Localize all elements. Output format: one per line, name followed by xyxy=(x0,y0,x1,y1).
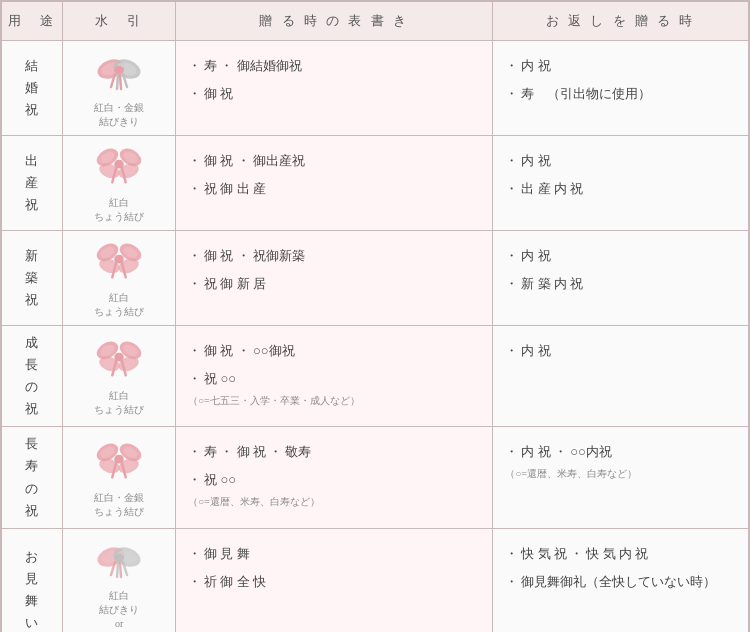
return-line: ・ 御見舞御礼（全快していない時） xyxy=(505,569,736,595)
svg-line-60 xyxy=(120,563,121,577)
mizuhiki-cell: 紅白・金銀 結びきり xyxy=(63,41,176,136)
noshigaki-cell: ・ 寿 ・ 御結婚御祝・ 御 祝 xyxy=(175,41,492,136)
return-cell: ・ 内 祝 ・ ○○内祝（○=還暦、米寿、白寿など） xyxy=(493,427,749,528)
return-line: ・ 内 祝 xyxy=(505,53,736,79)
noshigaki-line: ・ 御 見 舞 xyxy=(188,541,480,567)
return-line: ・ 内 祝 xyxy=(505,148,736,174)
noshigaki-line: ・ 寿 ・ 御結婚御祝 xyxy=(188,53,480,79)
table-row: 成 長 の 祝 紅白 ちょう結び・ 御 祝 ・ ○○御祝・ 祝 ○○（○=七五三… xyxy=(2,326,749,427)
noshigaki-line: ・ 祝 ○○ xyxy=(188,366,480,392)
noshigaki-line: ・ 御 祝 ・ ○○御祝 xyxy=(188,338,480,364)
return-cell: ・ 快 気 祝 ・ 快 気 内 祝・ 御見舞御礼（全快していない時） xyxy=(493,528,749,632)
mizuhiki-label: 紅白 結びきり or 水引なし xyxy=(71,589,167,632)
mizuhiki-label: 紅白 ちょう結び xyxy=(71,196,167,224)
noshigaki-line: ・ 御 祝 ・ 御出産祝 xyxy=(188,148,480,174)
noshigaki-line: ・ 祝 ○○ xyxy=(188,467,480,493)
noshigaki-cell: ・ 寿 ・ 御 祝 ・ 敬寿・ 祝 ○○（○=還暦、米寿、白寿など） xyxy=(175,427,492,528)
bow-illustration xyxy=(71,335,167,385)
mizuhiki-cell: 紅白 ちょう結び xyxy=(63,136,176,231)
table-row: お 見 舞 い 紅白 結びきり or 水引なし・ 御 見 舞・ 祈 御 全 快・… xyxy=(2,528,749,632)
mizuhiki-label: 紅白・金銀 ちょう結び xyxy=(71,491,167,519)
usage-cell: 出 産 祝 xyxy=(2,136,63,231)
return-cell: ・ 内 祝・ 新 築 内 祝 xyxy=(493,231,749,326)
noshigaki-line: ・ 寿 ・ 御 祝 ・ 敬寿 xyxy=(188,439,480,465)
return-line: ・ 出 産 内 祝 xyxy=(505,176,736,202)
table-row: 長 寿 の 祝 紅白・金銀 ちょう結び・ 寿 ・ 御 祝 ・ 敬寿・ 祝 ○○（… xyxy=(2,427,749,528)
bow-illustration xyxy=(71,437,167,487)
main-table-container: 用 途 水 引 贈 る 時 の 表 書 き お 返 し を 贈 る 時 結 婚 … xyxy=(0,0,750,632)
noshigaki-note: （○=七五三・入学・卒業・成人など） xyxy=(188,394,480,408)
noshigaki-line: ・ 御 祝 ・ 祝御新築 xyxy=(188,243,480,269)
noshigaki-note: （○=還暦、米寿、白寿など） xyxy=(188,495,480,509)
noshigaki-line: ・ 御 祝 xyxy=(188,81,480,107)
bow-illustration xyxy=(71,535,167,585)
svg-line-7 xyxy=(120,75,121,89)
header-return: お 返 し を 贈 る 時 xyxy=(493,2,749,41)
mizuhiki-cell: 紅白 ちょう結び xyxy=(63,326,176,427)
svg-point-57 xyxy=(114,554,124,562)
return-line: ・ 寿 （引出物に使用） xyxy=(505,81,736,107)
noshigaki-cell: ・ 御 祝 ・ 祝御新築・ 祝 御 新 居 xyxy=(175,231,492,326)
bow-illustration xyxy=(71,237,167,287)
usage-cell: 成 長 の 祝 xyxy=(2,326,63,427)
noshigaki-line: ・ 祝 御 新 居 xyxy=(188,271,480,297)
noshigaki-cell: ・ 御 祝 ・ ○○御祝・ 祝 ○○（○=七五三・入学・卒業・成人など） xyxy=(175,326,492,427)
table-row: 結 婚 祝 紅白・金銀 結びきり・ 寿 ・ 御結婚御祝・ 御 祝・ 内 祝・ 寿… xyxy=(2,41,749,136)
return-line: ・ 快 気 祝 ・ 快 気 内 祝 xyxy=(505,541,736,567)
header-noshigaki: 贈 る 時 の 表 書 き xyxy=(175,2,492,41)
noshigaki-cell: ・ 御 祝 ・ 御出産祝・ 祝 御 出 産 xyxy=(175,136,492,231)
usage-cell: 新 築 祝 xyxy=(2,231,63,326)
noshigaki-cell: ・ 御 見 舞・ 祈 御 全 快 xyxy=(175,528,492,632)
return-line: ・ 内 祝 xyxy=(505,338,736,364)
mizuhiki-cell: 紅白・金銀 ちょう結び xyxy=(63,427,176,528)
mizuhiki-label: 紅白 ちょう結び xyxy=(71,291,167,319)
mizuhiki-label: 紅白 ちょう結び xyxy=(71,389,167,417)
mizuhiki-label: 紅白・金銀 結びきり xyxy=(71,101,167,129)
noshigaki-line: ・ 祝 御 出 産 xyxy=(188,176,480,202)
svg-line-6 xyxy=(117,75,118,89)
return-line: ・ 新 築 内 祝 xyxy=(505,271,736,297)
usage-cell: お 見 舞 い xyxy=(2,528,63,632)
svg-point-4 xyxy=(114,66,124,74)
return-cell: ・ 内 祝・ 出 産 内 祝 xyxy=(493,136,749,231)
usage-cell: 結 婚 祝 xyxy=(2,41,63,136)
return-line: ・ 内 祝 ・ ○○内祝 xyxy=(505,439,736,465)
return-cell: ・ 内 祝 xyxy=(493,326,749,427)
svg-line-59 xyxy=(117,563,118,577)
return-note: （○=還暦、米寿、白寿など） xyxy=(505,467,736,481)
header-mizuhiki: 水 引 xyxy=(63,2,176,41)
table-row: 出 産 祝 紅白 ちょう結び・ 御 祝 ・ 御出産祝・ 祝 御 出 産・ 内 祝… xyxy=(2,136,749,231)
noshi-table: 用 途 水 引 贈 る 時 の 表 書 き お 返 し を 贈 る 時 結 婚 … xyxy=(1,1,749,632)
table-row: 新 築 祝 紅白 ちょう結び・ 御 祝 ・ 祝御新築・ 祝 御 新 居・ 内 祝… xyxy=(2,231,749,326)
bow-illustration xyxy=(71,142,167,192)
return-line: ・ 内 祝 xyxy=(505,243,736,269)
header-usage: 用 途 xyxy=(2,2,63,41)
bow-illustration xyxy=(71,47,167,97)
return-cell: ・ 内 祝・ 寿 （引出物に使用） xyxy=(493,41,749,136)
mizuhiki-cell: 紅白 ちょう結び xyxy=(63,231,176,326)
noshigaki-line: ・ 祈 御 全 快 xyxy=(188,569,480,595)
usage-cell: 長 寿 の 祝 xyxy=(2,427,63,528)
mizuhiki-cell: 紅白 結びきり or 水引なし xyxy=(63,528,176,632)
